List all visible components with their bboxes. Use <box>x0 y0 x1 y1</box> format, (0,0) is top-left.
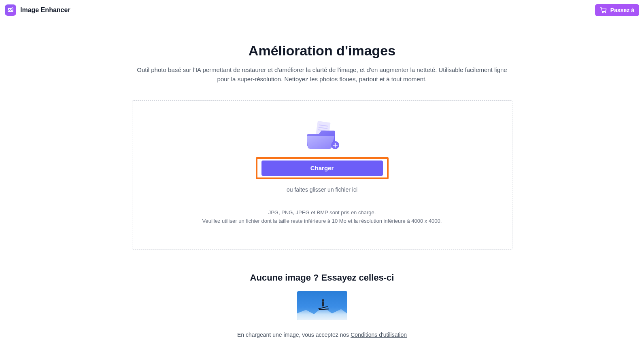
main-content: Amélioration d'images Outil photo basé s… <box>128 20 516 338</box>
app-title: Image Enhancer <box>20 6 70 14</box>
terms-line: En chargeant une image, vous acceptez no… <box>128 332 516 338</box>
page-subtitle: Outil photo basé sur l'IA permettant de … <box>136 65 508 84</box>
page-title: Amélioration d'images <box>128 43 516 59</box>
svg-point-3 <box>605 12 606 13</box>
file-limits: Veuillez utiliser un fichier dont la tai… <box>202 218 442 224</box>
terms-link[interactable]: Conditions d'utilisation <box>351 332 407 338</box>
svg-point-2 <box>602 12 603 13</box>
app-logo-icon <box>5 4 16 16</box>
app-header: Image Enhancer Passez à <box>0 0 644 20</box>
upload-button[interactable]: Charger <box>261 161 383 176</box>
skier-graphic <box>318 299 327 311</box>
upload-dropzone[interactable]: Charger ou faites glisser un fichier ici… <box>132 100 512 250</box>
supported-formats: JPG, PNG, JPEG et BMP sont pris en charg… <box>268 209 376 215</box>
terms-prefix: En chargeant une image, vous acceptez no… <box>237 332 351 338</box>
upgrade-button[interactable]: Passez à <box>595 4 639 16</box>
drag-hint: ou faites glisser un fichier ici <box>287 186 357 193</box>
samples-title: Aucune image ? Essayez celles-ci <box>128 273 516 283</box>
divider <box>148 202 496 202</box>
upload-button-highlight: Charger <box>256 157 389 179</box>
upgrade-label: Passez à <box>610 7 634 13</box>
cart-icon <box>600 7 607 13</box>
folder-upload-icon <box>303 120 342 152</box>
sample-image-skier[interactable] <box>297 291 347 320</box>
brand: Image Enhancer <box>5 4 70 16</box>
